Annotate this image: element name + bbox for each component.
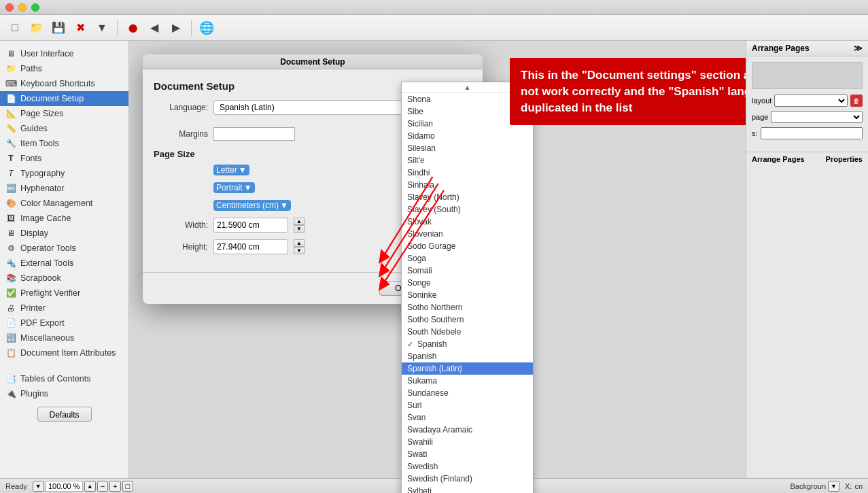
dropdown-item-suri[interactable]: Suri [402,399,533,411]
toolbar-separator-2 [191,20,192,36]
close-file-button[interactable]: ✖ [71,18,90,37]
new-button[interactable]: □ [5,18,24,37]
sidebar-item-external-tools[interactable]: 🔩 External Tools [0,256,128,271]
zoom-up-btn[interactable]: ▲ [84,481,96,492]
dropdown-item-slovak[interactable]: Slovak [402,216,533,228]
sidebar-item-item-tools[interactable]: 🔧 Item Tools [0,136,128,151]
export-button[interactable]: ▼ [92,18,111,37]
dropdown-item-soninke[interactable]: Soninke [402,289,533,301]
defaults-button[interactable]: Defaults [37,407,92,422]
dropdown-item-sundanese[interactable]: Sundanese [402,387,533,399]
height-up-btn[interactable]: ▲ [294,239,305,247]
height-input[interactable] [213,239,288,254]
dropdown-item-slavey-north[interactable]: Slavey (North) [402,191,533,203]
sidebar-item-fonts[interactable]: T Fonts [0,151,128,166]
sidebar-item-image-cache[interactable]: 🖼 Image Cache [0,211,128,226]
sidebar-item-pdf-export[interactable]: 📄 PDF Export [0,316,128,330]
height-down-btn[interactable]: ▼ [294,247,305,254]
sidebar-item-scrapbook[interactable]: 📚 Scrapbook [0,271,128,286]
dropdown-item-swedish-finland[interactable]: Swedish (Finland) [402,473,533,485]
dropdown-item-svan[interactable]: Svan [402,411,533,424]
background-label: Backgroun [790,482,826,490]
sidebar-item-user-interface[interactable]: 🖥 User Interface [0,46,128,61]
margins-input[interactable] [213,127,295,141]
dropdown-item-sodo-gurage[interactable]: Sodo Gurage [402,240,533,252]
delete-layout-btn[interactable]: 🗑 [850,95,863,107]
page-select[interactable] [771,111,863,123]
panel-row-s: s: [752,127,863,139]
dropdown-item-sylheti[interactable]: Sylheti [402,485,533,493]
width-up-btn[interactable]: ▲ [294,218,305,225]
dropdown-item-silte[interactable]: Silt'e [402,154,533,167]
sidebar-item-label: Image Cache [20,214,71,223]
unit-select[interactable]: Centimeters (cm) ▼ [213,200,291,211]
dropdown-item-sindhi[interactable]: Sindhi [402,167,533,179]
sidebar-item-tables-of-contents[interactable]: 📑 Tables of Contents [0,371,128,386]
zoom-input[interactable] [46,481,83,492]
dropdown-item-sotho-northern[interactable]: Sotho Northern [402,301,533,313]
height-stepper: ▲ ▼ [294,239,305,254]
save-button[interactable]: 💾 [49,18,68,37]
dropdown-item-sidamo[interactable]: Sidamo [402,130,533,142]
doc-attr-icon: 📋 [5,347,16,358]
sidebar-item-hyphenator[interactable]: 🔤 Hyphenator [0,181,128,196]
sidebar-item-plugins[interactable]: 🔌 Plugins [0,386,128,401]
record-button[interactable]: ⬤ [123,18,142,37]
dropdown-item-slavey-south[interactable]: Slavey (South) [402,203,533,216]
sidebar-item-page-sizes[interactable]: 📐 Page Sizes [0,106,128,121]
sidebar-item-operator-tools[interactable]: ⚙ Operator Tools [0,241,128,256]
dropdown-item-swedish[interactable]: Swedish [402,460,533,473]
paths-icon: 📁 [5,63,16,74]
sidebar-item-paths[interactable]: 📁 Paths [0,61,128,76]
dropdown-item-sinhala[interactable]: Sinhala [402,179,533,191]
sidebar-item-display[interactable]: 🖥 Display [0,226,128,241]
sidebar-item-typography[interactable]: T Typography [0,166,128,181]
width-down-btn[interactable]: ▼ [294,225,305,233]
sidebar-item-keyboard-shortcuts[interactable]: ⌨ Keyboard Shortcuts [0,76,128,91]
prev-button[interactable]: ◀ [145,18,164,37]
dropdown-item-swahili[interactable]: Swahili [402,436,533,448]
dropdown-item-somali[interactable]: Somali [402,265,533,277]
zoom-minus-btn[interactable]: − [97,481,108,492]
zoom-fit-btn[interactable]: □ [122,481,134,492]
maximize-button[interactable] [31,3,39,12]
dropdown-item-sukama[interactable]: Sukama [402,375,533,387]
zoom-down-btn[interactable]: ▼ [33,481,44,492]
sidebar-item-document-item-attributes[interactable]: 📋 Document Item Attributes [0,345,128,360]
dropdown-item-silesian[interactable]: Silesian [402,142,533,154]
width-input[interactable] [213,218,288,233]
orientation-select[interactable]: Portrait ▼ [213,182,255,193]
sidebar-item-printer[interactable]: 🖨 Printer [0,301,128,316]
dropdown-item-spanish-latin[interactable]: Spanish (Latin) [402,362,533,375]
dropdown-item-swadaya-aramaic[interactable]: Swadaya Aramaic [402,424,533,436]
right-panel-expand-icon[interactable]: ≫ [854,44,863,53]
close-button[interactable] [5,3,14,12]
annotation-bubble: This in the "Document settings" section … [510,58,746,125]
minimize-button[interactable] [18,3,27,12]
dropdown-item-sotho-southern[interactable]: Sotho Southern [402,313,533,326]
right-panel-footer: Arrange Pages Properties [746,152,868,166]
ready-label: Ready [5,482,27,490]
sidebar-item-color-management[interactable]: 🎨 Color Management [0,196,128,211]
user-interface-icon: 🖥 [5,48,16,59]
dropdown-item-swati[interactable]: Swati [402,448,533,460]
open-button[interactable]: 📁 [27,18,46,37]
dropdown-item-south-ndebele[interactable]: South Ndebele [402,326,533,338]
sidebar-item-preflight-verifier[interactable]: ✅ Preflight Verifier [0,286,128,301]
dropdown-item-songe[interactable]: Songe [402,277,533,289]
sidebar-item-guides[interactable]: 📏 Guides [0,121,128,136]
background-dropdown-btn[interactable]: ▼ [828,481,839,492]
sidebar-item-document-setup[interactable]: 📄 Document Setup [0,91,128,106]
dropdown-item-spanish-1[interactable]: Spanish [402,338,533,350]
layout-select[interactable] [774,95,848,107]
size-select[interactable]: Letter ▼ [213,165,249,175]
zoom-plus-btn[interactable]: + [109,481,120,492]
sidebar-item-miscellaneous[interactable]: 🔣 Miscellaneous [0,330,128,345]
arrange-pages-area [752,62,863,89]
s-input[interactable] [761,127,863,139]
next-button[interactable]: ▶ [167,18,186,37]
dropdown-item-slovenian[interactable]: Slovenian [402,228,533,240]
dropdown-item-soga[interactable]: Soga [402,252,533,265]
width-stepper: ▲ ▼ [294,218,305,233]
dropdown-item-spanish-2[interactable]: Spanish [402,350,533,362]
